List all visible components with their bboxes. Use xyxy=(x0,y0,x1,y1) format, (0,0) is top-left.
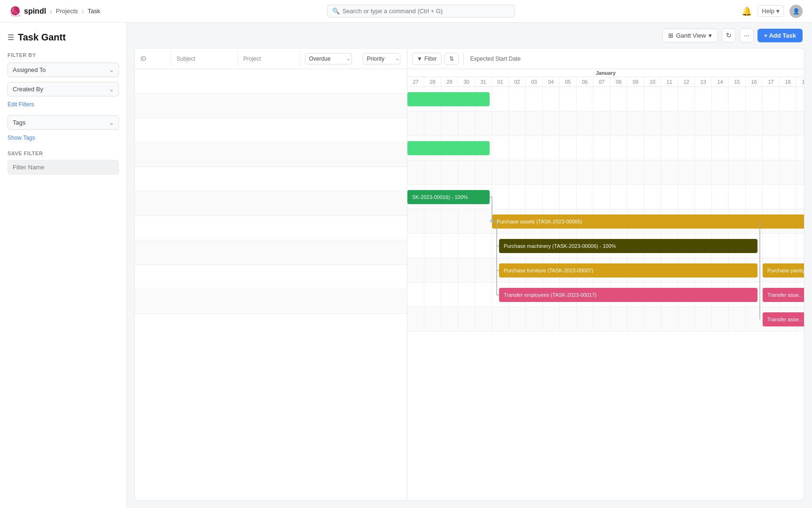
col-priority: Priority xyxy=(358,49,407,68)
date-cell: 13 xyxy=(695,77,712,87)
more-button[interactable]: ··· xyxy=(740,28,754,42)
tags-select[interactable]: Tags xyxy=(8,115,119,130)
table-row xyxy=(135,143,407,167)
gantt-view-chevron: ▾ xyxy=(709,32,712,39)
search-input[interactable] xyxy=(343,8,510,15)
date-cell: 14 xyxy=(712,77,729,87)
gantt-right-panel[interactable]: January 27282930310102030405060708091011… xyxy=(407,69,804,500)
col-project: Project xyxy=(238,51,300,67)
table-row xyxy=(135,216,407,240)
logo-icon: 🧶 xyxy=(9,6,21,17)
col-overdue: Overdue xyxy=(300,49,358,68)
top-nav: 🧶 spindl › Projects › Task 🔍 🔔 Help ▾ 👤 xyxy=(0,0,812,23)
date-cell: 01 xyxy=(492,77,509,87)
date-cell: 06 xyxy=(577,77,593,87)
tags-section: Tags Show Tags xyxy=(8,115,119,141)
chart-row xyxy=(407,209,804,234)
gantt-view-label: Gantt View xyxy=(676,32,706,39)
breadcrumb-task: Task xyxy=(87,8,100,15)
toolbar: ⊞ Gantt View ▾ ↻ ··· + Add Task xyxy=(127,23,812,48)
col-id: ID xyxy=(135,51,171,67)
assigned-to-select[interactable]: Assigned To xyxy=(8,63,119,77)
help-label: Help xyxy=(762,8,774,15)
refresh-icon: ↻ xyxy=(726,32,732,39)
filter-name-input[interactable] xyxy=(8,160,119,175)
chart-row xyxy=(407,185,804,209)
refresh-button[interactable]: ↻ xyxy=(722,28,736,42)
date-cell: 08 xyxy=(610,77,627,87)
date-cell: 17 xyxy=(763,77,780,87)
sort-button[interactable]: ⇅ xyxy=(445,53,459,65)
show-tags-link[interactable]: Show Tags xyxy=(8,135,119,141)
chart-row xyxy=(407,307,804,332)
gantt-view-button[interactable]: ⊞ Gantt View ▾ xyxy=(662,29,718,42)
chart-row xyxy=(407,136,804,160)
month-label: January xyxy=(407,69,804,77)
page-title-row: ☰ Task Gantt xyxy=(8,32,119,43)
add-task-label: + Add Task xyxy=(764,32,796,39)
date-cell: 28 xyxy=(424,77,441,87)
date-cell: 12 xyxy=(678,77,695,87)
date-cell: 02 xyxy=(509,77,526,87)
logo-text: spindl xyxy=(24,7,46,16)
created-by-select[interactable]: Created By xyxy=(8,82,119,96)
breadcrumb-projects[interactable]: Projects xyxy=(56,8,78,15)
date-cell: 27 xyxy=(407,77,424,87)
date-cell: 18 xyxy=(780,77,796,87)
logo[interactable]: 🧶 spindl xyxy=(9,6,46,17)
table-row xyxy=(135,118,407,143)
date-cell: 30 xyxy=(458,77,475,87)
table-row xyxy=(135,167,407,191)
breadcrumb-sep-1: › xyxy=(50,8,52,15)
chart-row xyxy=(407,258,804,283)
avatar[interactable]: 👤 xyxy=(789,5,803,18)
gantt-view-icon: ⊞ xyxy=(668,32,673,39)
chart-row xyxy=(407,111,804,136)
filter-by-label: Filter By xyxy=(8,52,119,58)
help-button[interactable]: Help ▾ xyxy=(757,5,784,17)
date-cell: 09 xyxy=(627,77,644,87)
chart-row xyxy=(407,87,804,111)
chart-row xyxy=(407,160,804,185)
nav-right: 🔔 Help ▾ 👤 xyxy=(742,5,803,18)
add-task-button[interactable]: + Add Task xyxy=(757,29,803,42)
content-area: ⊞ Gantt View ▾ ↻ ··· + Add Task ID xyxy=(127,23,812,508)
gantt-container: ID Subject Project Overdue xyxy=(134,48,804,500)
breadcrumb-sep-2: › xyxy=(82,8,84,15)
main-layout: ☰ Task Gantt Filter By Assigned To Creat… xyxy=(0,23,812,508)
sort-icon: ⇅ xyxy=(449,56,454,62)
assigned-to-filter-wrap: Assigned To xyxy=(8,63,119,77)
search-icon: 🔍 xyxy=(332,8,340,15)
overdue-select-wrap: Overdue xyxy=(305,53,353,64)
priority-select-wrap: Priority xyxy=(363,53,402,64)
page-title: Task Gantt xyxy=(18,32,66,43)
gantt-chart-area: SK-2023-00016) - 100%Purchase assets (TA… xyxy=(407,87,804,341)
created-by-filter-wrap: Created By xyxy=(8,82,119,96)
priority-select[interactable]: Priority xyxy=(363,53,400,64)
table-row xyxy=(135,265,407,289)
gantt-filter-area: ▼ Filter ⇅ xyxy=(407,53,464,65)
overdue-select[interactable]: Overdue xyxy=(305,53,352,64)
hamburger-icon[interactable]: ☰ xyxy=(8,33,14,42)
date-cell: 15 xyxy=(729,77,746,87)
sidebar: ☰ Task Gantt Filter By Assigned To Creat… xyxy=(0,23,127,508)
edit-filters-link[interactable]: Edit Filters xyxy=(8,101,119,108)
gantt-header-cols: ID Subject Project Overdue xyxy=(135,49,407,68)
date-cell: 16 xyxy=(746,77,763,87)
gantt-header: ID Subject Project Overdue xyxy=(135,48,804,69)
table-row xyxy=(135,240,407,265)
expected-date-label: Expected Start Date xyxy=(464,51,527,67)
tags-filter-wrap: Tags xyxy=(8,115,119,130)
filter-icon: ▼ xyxy=(417,56,422,62)
save-filter-label: Save Filter xyxy=(8,151,119,156)
chart-row xyxy=(407,283,804,307)
date-cell: 10 xyxy=(644,77,661,87)
date-header: January 27282930310102030405060708091011… xyxy=(407,69,804,87)
table-row xyxy=(135,289,407,314)
filter-button[interactable]: ▼ Filter xyxy=(412,53,442,65)
date-cell: 07 xyxy=(593,77,610,87)
search-area: 🔍 xyxy=(327,5,515,17)
date-cell: 04 xyxy=(543,77,560,87)
help-chevron-icon: ▾ xyxy=(776,8,780,15)
notification-icon[interactable]: 🔔 xyxy=(742,6,752,16)
